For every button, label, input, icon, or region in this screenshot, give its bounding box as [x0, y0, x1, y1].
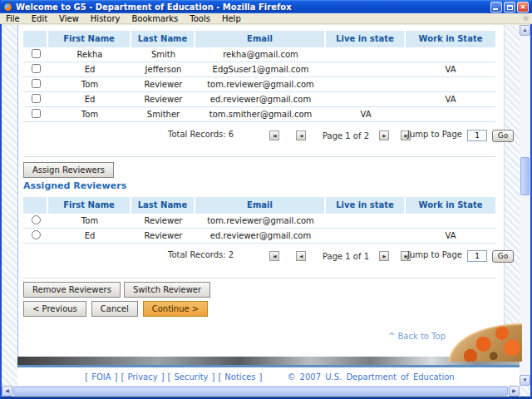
menu-view[interactable]: View [53, 13, 85, 24]
firefox-icon[interactable] [3, 2, 12, 12]
work-in-state-cell: VA [406, 231, 495, 240]
available-pagination: Total Records: 6 |◀ ◀ Page 1 of 2 ▶ ▶| J… [18, 127, 505, 144]
work-in-state-header: Work in State [406, 197, 495, 214]
email-cell: ed.reviewer@gmail.com [195, 231, 326, 240]
restore-button[interactable] [504, 2, 515, 12]
row-radio[interactable] [32, 215, 41, 224]
table-row: Tom Smither tom.smither@gmail.com VA [23, 107, 495, 122]
browser-window: Welcome to G5 - Department of Education … [0, 0, 532, 399]
menu-file[interactable]: File [0, 13, 26, 24]
prev-page-button[interactable]: ◀ [296, 251, 306, 261]
last-name-cell: Smither [131, 110, 195, 119]
last-name-cell: Smith [131, 50, 195, 59]
go-button[interactable]: Go [492, 250, 514, 263]
first-name-cell: Ed [48, 231, 131, 240]
first-name-cell: Tom [48, 80, 131, 89]
assign-reviewers-button[interactable]: Assign Reviewers [23, 162, 114, 178]
menu-bookmarks[interactable]: Bookmarks [126, 13, 184, 24]
minimize-icon [493, 8, 498, 10]
last-name-cell: Reviewer [131, 95, 195, 104]
first-name-cell: Ed [48, 95, 131, 104]
switch-reviewer-button[interactable]: Switch Reviewer [124, 282, 210, 298]
table-row: Ed Reviewer ed.reviewer@gmail.com VA [23, 92, 495, 107]
menu-tools[interactable]: Tools [184, 13, 216, 24]
last-name-cell: Reviewer [131, 80, 195, 89]
first-page-button[interactable]: |◀ [269, 131, 279, 140]
last-name-header: Last Name [131, 197, 195, 214]
work-in-state-header: Work in State [406, 31, 495, 47]
security-link[interactable]: Security [174, 372, 208, 382]
notices-link[interactable]: Notices [224, 372, 255, 382]
previous-button[interactable]: < Previous [23, 301, 86, 317]
jump-to-page-input[interactable] [467, 250, 487, 262]
menu-edit[interactable]: Edit [26, 13, 53, 24]
assigned-reviewers-heading: Assigned Reviewers [23, 180, 126, 191]
email-cell: tom.reviewer@gmail.com [195, 80, 326, 89]
foia-link[interactable]: FOIA [91, 372, 111, 382]
prev-page-button[interactable]: ◀ [296, 131, 306, 140]
remove-reviewers-button[interactable]: Remove Reviewers [23, 282, 121, 298]
last-name-header: Last Name [131, 31, 195, 47]
work-in-state-cell: VA [406, 65, 495, 74]
row-checkbox[interactable] [32, 109, 41, 118]
go-button[interactable]: Go [492, 130, 514, 142]
select-column-header [23, 197, 48, 214]
total-records-label: Total Records: 6 [168, 130, 234, 139]
minimize-button[interactable] [490, 2, 502, 12]
live-in-state-cell: VA [326, 110, 406, 119]
next-page-button[interactable]: ▶ [379, 131, 389, 140]
table-row: Tom Reviewer tom.reviewer@gmail.com [23, 77, 495, 92]
scroll-down-button[interactable]: ▼ [520, 375, 530, 386]
first-name-cell: Tom [48, 216, 131, 225]
work-in-state-cell: VA [406, 95, 495, 104]
email-cell: tom.smither@gmail.com [195, 110, 326, 119]
jump-to-page-label: Jump to Page [407, 130, 462, 139]
first-name-header: First Name [48, 31, 131, 47]
email-header: Email [195, 31, 326, 47]
table-header-row: First Name Last Name Email Live in state… [23, 31, 495, 47]
bracket: ] [115, 372, 118, 382]
vertical-scroll-thumb[interactable] [520, 157, 530, 195]
live-in-state-header: Live in state [326, 197, 406, 214]
last-name-cell: Reviewer [131, 216, 195, 225]
row-checkbox[interactable] [32, 64, 41, 73]
first-name-cell: Tom [48, 110, 131, 119]
title-bar[interactable]: Welcome to G5 - Department of Education … [0, 0, 532, 13]
scroll-right-button[interactable]: ▶ [509, 386, 520, 397]
row-radio[interactable] [32, 230, 41, 239]
privacy-link[interactable]: Privacy [127, 372, 157, 382]
bracket: [ [85, 372, 88, 382]
cancel-button[interactable]: Cancel [91, 301, 138, 317]
available-reviewers-table: First Name Last Name Email Live in state… [23, 31, 495, 122]
bracket: [ [168, 372, 171, 382]
menu-help[interactable]: Help [216, 13, 247, 24]
close-button[interactable]: × [517, 2, 529, 12]
page-indicator: Page 1 of 2 [314, 131, 377, 140]
row-checkbox[interactable] [32, 79, 41, 88]
table-row: Ed Jefferson EdgSuser1@gmail.com VA [23, 62, 495, 77]
menu-history[interactable]: History [85, 13, 126, 24]
scroll-up-button[interactable]: ▲ [520, 25, 530, 36]
jump-to-page-input[interactable] [467, 130, 487, 141]
bracket: ] [259, 372, 263, 382]
scroll-left-button[interactable]: ◀ [2, 386, 12, 397]
total-records-label: Total Records: 2 [168, 250, 234, 259]
select-column-header [23, 31, 48, 47]
row-checkbox[interactable] [32, 49, 41, 58]
row-checkbox[interactable] [32, 94, 41, 103]
first-page-button[interactable]: |◀ [269, 251, 279, 261]
horizontal-scrollbar[interactable]: ◀ ▶ [2, 386, 520, 397]
table-row: Rekha Smith rekha@gmail.com [23, 47, 495, 62]
email-cell: ed.reviewer@gmail.com [195, 95, 326, 104]
assigned-pagination: Total Records: 2 |◀ ◀ Page 1 of 1 ▶ ▶| J… [18, 248, 505, 264]
throbber-icon: ✳ [522, 13, 530, 24]
first-name-cell: Rekha [48, 50, 131, 59]
next-page-button[interactable]: ▶ [379, 251, 389, 261]
horizontal-scroll-thumb[interactable] [13, 387, 508, 396]
email-cell: EdgSuser1@gmail.com [195, 65, 326, 74]
gradient-bar [17, 357, 522, 365]
back-to-top-link[interactable]: ^ Back to Top [388, 332, 446, 341]
page-indicator: Page 1 of 1 [314, 252, 377, 261]
continue-button[interactable]: Continue > [143, 301, 209, 317]
page-footer: [ FOIA ] [ Privacy ] [ Security ] [ Noti… [17, 367, 522, 386]
